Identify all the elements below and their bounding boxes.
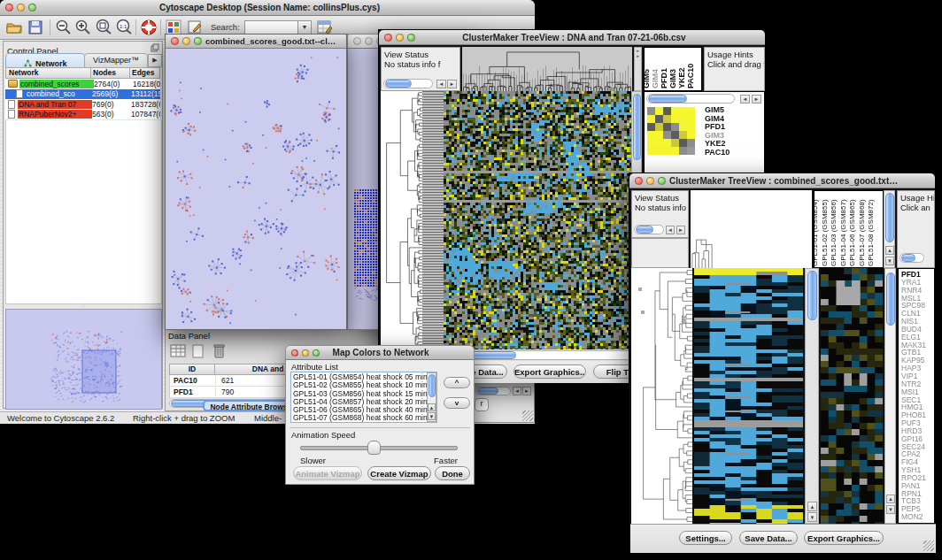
move-down-button[interactable]: v [444, 397, 470, 409]
tv2-hints-hscrollbar[interactable] [900, 253, 924, 263]
trash-icon[interactable] [211, 342, 227, 359]
gpl-column-label[interactable]: GPL51-06 (GSM865) [848, 199, 857, 266]
tv1-status-hscrollbar[interactable] [383, 79, 433, 88]
scroll-down-icon[interactable]: ▼ [886, 505, 895, 514]
open-icon[interactable] [5, 19, 23, 36]
tv1-column-label[interactable]: PFD1 [660, 68, 668, 88]
search-dropdown-icon[interactable]: ▼ [297, 20, 312, 35]
scroll-left-icon[interactable]: ◄ [436, 80, 446, 88]
treeview2-title-bar[interactable]: ClusterMaker TreeView : combined_scores_… [629, 173, 935, 188]
scroll-left-icon[interactable]: ◄ [666, 226, 675, 234]
zoom-out-icon[interactable] [55, 19, 73, 36]
scroll-down-icon[interactable]: ▼ [428, 412, 436, 420]
scroll-up-icon[interactable]: ▲ [428, 403, 436, 411]
float-panel-icon[interactable] [151, 43, 159, 52]
attribute-list-vscroll-thumb[interactable] [429, 374, 436, 397]
col-nodes[interactable]: Nodes [91, 67, 130, 79]
gpl-column-label[interactable]: GPL51-03 (GSM856) [830, 199, 838, 266]
attribute-list-item[interactable]: GPL51-03 (GSM856) heat shock 15 min [293, 390, 435, 398]
col-edges[interactable]: Edges [130, 67, 160, 79]
tv2-detail-vscrollbar[interactable]: ▲ ▼ [884, 268, 896, 524]
tv2-detail-vscroll-thumb[interactable] [886, 272, 895, 326]
tv2-column-dendrogram[interactable] [691, 190, 812, 268]
close-icon[interactable] [353, 37, 361, 45]
network-list-row[interactable]: combined_scores2764(0)16218(0) [5, 79, 160, 89]
search-input[interactable] [244, 20, 299, 35]
zoom-window-icon[interactable] [658, 177, 666, 185]
tv2-row-dendrogram[interactable] [631, 268, 692, 524]
col-network[interactable]: Network [5, 67, 91, 79]
animate-vizmap-button[interactable]: Animate Vizmap [293, 466, 362, 480]
main-title-bar[interactable]: Cytoscape Desktop (Session Name: collins… [0, 0, 535, 16]
zoom-window-icon[interactable] [28, 4, 36, 12]
close-icon[interactable] [384, 34, 392, 42]
tv1-mini-heatmap[interactable] [647, 107, 695, 155]
birdseye-view[interactable] [5, 309, 162, 410]
tv2-labels-vscroll-thumb[interactable] [885, 193, 894, 242]
resize-grip[interactable] [923, 541, 934, 551]
zoom-selected-icon[interactable] [95, 19, 112, 36]
fragment-button[interactable]: r [475, 398, 489, 411]
minimize-icon[interactable] [17, 4, 25, 12]
scroll-down-icon[interactable]: ▼ [885, 257, 894, 265]
move-up-button[interactable]: ^ [444, 377, 470, 388]
tv1-column-label[interactable]: GIM3 [668, 69, 677, 88]
new-attribute-icon[interactable] [190, 343, 206, 359]
save-data-button[interactable]: Save Data... [739, 531, 798, 545]
tab-network[interactable]: Network [5, 53, 85, 68]
zoom-fit-icon[interactable]: 1:1 [115, 19, 133, 36]
gpl-column-label[interactable]: GPL51-04 (GSM857) [839, 199, 848, 266]
minimize-icon[interactable] [365, 37, 373, 45]
done-button[interactable]: Done [435, 466, 470, 480]
node-attribute-browser-button[interactable]: Node Attribute Brows [203, 400, 295, 411]
zoom-window-icon[interactable] [407, 34, 415, 42]
fragment-hscrollbar[interactable] [475, 387, 511, 395]
close-icon[interactable] [171, 37, 179, 45]
scroll-right-icon[interactable]: ► [522, 387, 531, 395]
tab-overflow-icon[interactable]: ▶ [148, 54, 162, 67]
scroll-up-icon[interactable]: ▲ [807, 502, 817, 511]
tv2-status-hscrollbar[interactable] [634, 225, 664, 234]
tv1-right-hscrollbar[interactable] [646, 94, 735, 104]
attribute-list-item[interactable]: GPL51-02 (GSM855) heat shock 10 min [293, 381, 435, 389]
network1-title-bar[interactable]: combined_scores_good.txt--cluste... [166, 35, 346, 49]
zoom-in-icon[interactable] [74, 19, 92, 36]
close-icon[interactable] [5, 4, 13, 12]
gpl-column-label[interactable]: GPL51-08 (GSM872) [867, 199, 876, 266]
dialog-title-bar[interactable]: Map Colors to Network [286, 346, 474, 360]
attribute-list-item[interactable]: GPL51-01 (GSM854) heat shock 05 min [293, 373, 435, 381]
create-vizmap-button[interactable]: Create Vizmap [367, 466, 431, 480]
settings-button[interactable]: Settings... [679, 531, 732, 545]
attribute-list-item[interactable]: GPL51-07 (GSM868) heat shock 60 min [293, 414, 435, 422]
tv2-detail-heatmap[interactable] [821, 268, 883, 524]
tv1-heatmap[interactable] [444, 91, 631, 349]
scroll-up-icon[interactable]: ▲ [885, 246, 894, 255]
minimize-icon[interactable] [302, 349, 309, 357]
save-icon[interactable] [27, 19, 44, 36]
tv1-column-dendrogram[interactable] [462, 47, 632, 91]
tv1-row-labels-strip[interactable] [422, 91, 444, 349]
scroll-down-icon[interactable]: ▼ [807, 512, 817, 522]
resize-grip[interactable] [522, 410, 533, 421]
tv2-labels-vscrollbar[interactable]: ▲ ▼ [884, 190, 895, 268]
help-lifesaver-icon[interactable] [140, 19, 158, 36]
gpl-column-label[interactable]: GPL51-02 (GSM855) [821, 199, 830, 266]
tv2-vscrollbar[interactable]: ▲ ▼ [805, 268, 819, 524]
scroll-right-icon[interactable]: ► [752, 95, 761, 104]
tv1-column-label[interactable]: GIM4 [651, 69, 660, 88]
zoom-window-icon[interactable] [313, 349, 320, 357]
minimize-icon[interactable] [646, 177, 654, 185]
gene-label[interactable]: MON2 [901, 513, 934, 521]
scroll-left-icon[interactable]: ◄ [513, 387, 521, 395]
speed-slider-thumb[interactable] [367, 441, 381, 455]
minimize-icon[interactable] [396, 34, 404, 42]
attribute-list-item[interactable]: GPL51-06 (GSM865) heat shock 40 min [293, 406, 435, 414]
data-col-id[interactable]: ID [169, 364, 215, 375]
tv2-heatmap[interactable] [694, 268, 803, 524]
tab-vizmapper[interactable]: VizMapper™ [84, 53, 148, 68]
network-list-row[interactable]: RNAPuberNov2+563(0)107847(0) [5, 110, 160, 120]
tv1-row-label[interactable]: PAC10 [705, 149, 763, 157]
table-grid-icon[interactable] [170, 343, 186, 359]
network-list-row[interactable]: DNA and Tran 07769(0)183728(0) [5, 99, 160, 110]
export-graphics-button[interactable]: Export Graphics... [804, 531, 884, 545]
